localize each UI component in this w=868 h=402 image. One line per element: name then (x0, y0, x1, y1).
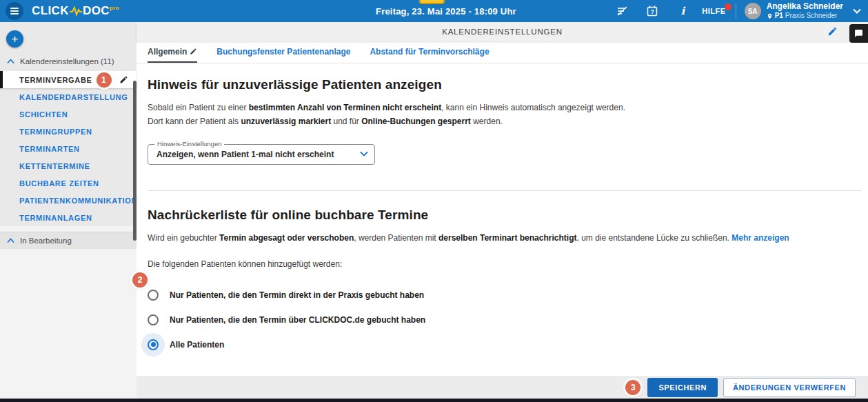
user-location: P1 Praxis Schneider (767, 12, 843, 21)
sidebar-item-terminvergabe[interactable]: TERMINVERGABE 1 (0, 71, 137, 88)
logo-text-click: CLICK (32, 4, 69, 18)
sidebar-item-termingruppen[interactable]: TERMINGRUPPEN (0, 123, 137, 140)
section-title-hinweis: Hinweis für unzuverlässige Patienten anz… (148, 77, 861, 92)
feedback-chat-button[interactable] (849, 24, 868, 43)
section-divider (148, 190, 861, 191)
user-avatar[interactable]: SA (745, 3, 761, 19)
settings-tabs: Allgemein Buchungsfenster Patientenanlag… (137, 41, 868, 63)
sidebar-group-label: Kalendereinstellungen (11) (20, 57, 114, 66)
sidebar-item-buchbare-zeiten[interactable]: BUCHBARE ZEITEN (0, 174, 137, 192)
settings-sidebar: + Kalendereinstellungen (11) TERMINVERGA… (0, 22, 137, 402)
user-name: Angelika Schneider (767, 1, 843, 12)
app-root: CLICK DOC pro Freitag, 23. Mai 2025 - 18… (0, 0, 868, 402)
top-header: CLICK DOC pro Freitag, 23. Mai 2025 - 18… (0, 0, 868, 22)
list-crossed-icon[interactable] (607, 5, 637, 17)
app-logo: CLICK DOC pro (32, 4, 119, 18)
radio-button-icon[interactable] (148, 290, 159, 301)
radio-button-icon[interactable] (148, 314, 159, 325)
main-panel: KALENDEREINSTELLUNGEN Allgemein Buchungs… (137, 22, 868, 402)
add-button[interactable]: + (6, 30, 23, 48)
edit-pencil-icon[interactable] (827, 26, 838, 37)
radio-button-icon-selected[interactable] (148, 339, 159, 350)
sidebar-item-kettentermine[interactable]: KETTENTERMINE (0, 157, 137, 174)
help-button[interactable]: HILFE (702, 7, 725, 15)
select-value: Anzeigen, wenn Patient 1-mal nicht ersch… (157, 150, 334, 159)
chevron-up-icon (7, 59, 14, 64)
location-pin-icon (767, 12, 773, 20)
header-actions: ? i HILFE SA Angelika Schneider P1 Praxi… (607, 0, 868, 22)
user-menu[interactable]: Angelika Schneider P1 Praxis Schneider (767, 1, 843, 21)
radio-label: Nur Patienten, die den Termin direkt in … (170, 290, 424, 300)
sidebar-group2-label: In Bearbeitung (20, 237, 72, 245)
chevron-down-icon[interactable] (853, 8, 861, 14)
annotation-badge-2: 2 (132, 272, 148, 288)
edit-pencil-icon (190, 48, 197, 55)
mehr-anzeigen-link[interactable]: Mehr anzeigen (731, 233, 789, 243)
nachrueckerliste-description: Wird ein gebuchter Termin abgesagt oder … (148, 231, 861, 245)
edit-pencil-icon[interactable] (119, 75, 128, 84)
chat-bubble-icon (854, 29, 863, 38)
header-divider (736, 3, 736, 19)
radio-option-alle-patienten[interactable]: Alle Patienten (148, 332, 861, 357)
practice-name: Praxis Schneider (785, 12, 838, 21)
select-floating-label: Hinweis-Einstellungen (154, 140, 224, 148)
screen-bottom-edge (0, 399, 868, 402)
hinweis-description: Sobald ein Patient zu einer bestimmten A… (148, 101, 861, 129)
tab-buchungsfenster-patientenanlage[interactable]: Buchungsfenster Patientenanlage (216, 41, 350, 63)
page-title: KALENDEREINSTELLUNGEN (442, 28, 563, 36)
location-code: P1 (775, 12, 783, 21)
sidebar-item-terminarten[interactable]: TERMINARTEN (0, 140, 137, 157)
section-title-nachrueckerliste: Nachrückerliste für online buchbare Term… (148, 208, 861, 223)
calendar-question-icon[interactable]: ? (637, 5, 667, 17)
save-button[interactable]: SPEICHERN (647, 378, 718, 397)
header-datetime: Freitag, 23. Mai 2025 - 18:09 Uhr (376, 0, 516, 22)
heartbeat-pulse-icon (70, 6, 82, 17)
chevron-down-icon[interactable] (360, 151, 368, 157)
sidebar-item-patientenkommunikation[interactable]: PATIENTENKOMMUNIKATION (0, 192, 137, 209)
action-bar: 3 SPEICHERN ÄNDERUNGEN VERWERFEN (137, 376, 868, 399)
radio-option-clickdoc[interactable]: Nur Patienten, die den Termin über CLICK… (148, 308, 861, 332)
info-icon[interactable]: i (667, 5, 698, 17)
patient-filter-radio-group: Nur Patienten, die den Termin direkt in … (148, 283, 861, 357)
logo-pro-label: pro (110, 5, 119, 11)
settings-content: Hinweis für unzuverlässige Patienten anz… (137, 63, 868, 376)
sidebar-scrollbar[interactable] (133, 81, 137, 241)
tab-allgemein[interactable]: Allgemein (148, 41, 197, 63)
annotation-badge-1: 1 (97, 72, 112, 88)
sidebar-group-in-bearbeitung[interactable]: In Bearbeitung (0, 232, 137, 249)
tab-abstand-terminvorschlaege[interactable]: Abstand für Terminvorschläge (370, 41, 489, 63)
chevron-up-icon (7, 238, 14, 243)
help-label: HILFE (702, 7, 725, 15)
svg-text:?: ? (651, 8, 654, 15)
radio-option-praxis[interactable]: Nur Patienten, die den Termin direkt in … (148, 283, 861, 308)
sidebar-item-kalenderdarstellung[interactable]: KALENDERDARSTELLUNG (0, 88, 137, 105)
logo-text-doc: DOC (83, 4, 110, 18)
sidebar-item-label: TERMINVERGABE (19, 76, 92, 84)
hamburger-menu-button[interactable] (6, 2, 23, 20)
radio-label: Alle Patienten (170, 340, 224, 350)
tab-label: Allgemein (148, 47, 187, 57)
radio-label: Nur Patienten, die den Termin über CLICK… (170, 315, 425, 325)
sidebar-main-group: + Kalendereinstellungen (11) TERMINVERGA… (0, 22, 137, 226)
sidebar-group-kalendereinstellungen[interactable]: Kalendereinstellungen (11) (0, 54, 137, 71)
notification-dot (725, 3, 731, 10)
page-header: KALENDEREINSTELLUNGEN (137, 22, 868, 41)
radio-group-intro: Die folgenden Patienten können hinzugefü… (148, 257, 861, 271)
annotation-badge-3: 3 (625, 380, 640, 395)
hinweis-einstellungen-select[interactable]: Hinweis-Einstellungen Anzeigen, wenn Pat… (148, 144, 375, 165)
sidebar-item-schichten[interactable]: SCHICHTEN (0, 105, 137, 123)
discard-changes-button[interactable]: ÄNDERUNGEN VERWERFEN (723, 378, 856, 397)
sidebar-item-terminanlagen[interactable]: TERMINANLAGEN (0, 209, 137, 226)
